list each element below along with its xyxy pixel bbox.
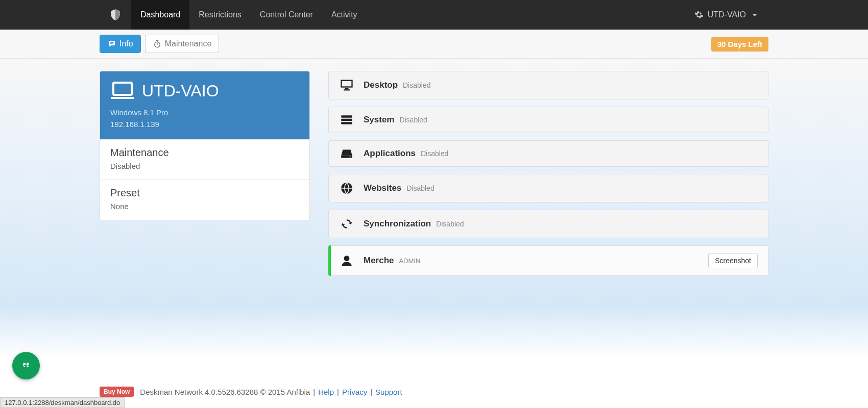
buy-now-badge[interactable]: Buy Now <box>100 387 134 397</box>
quote-icon <box>19 359 33 372</box>
nav-restrictions[interactable]: Restrictions <box>189 0 251 30</box>
info-tab-label: Info <box>119 39 133 48</box>
panel-desktop[interactable]: Desktop Disabled <box>328 71 768 99</box>
brand-logo <box>100 0 131 30</box>
device-name: UTD-VAIO <box>142 82 219 100</box>
panel-websites[interactable]: Websites Disabled <box>328 174 768 202</box>
svg-rect-14 <box>341 122 352 124</box>
user-role: ADMIN <box>399 257 420 265</box>
panel-status: Disabled <box>403 81 430 89</box>
stopwatch-icon <box>153 39 162 48</box>
subbar: Info Maintenance 30 Days Left <box>0 30 868 59</box>
nav-user-menu[interactable]: UTD-VAIO <box>683 0 768 30</box>
panel-title: Websites <box>364 183 401 193</box>
panel-status: Disabled <box>436 220 464 228</box>
panel-status: Disabled <box>406 184 434 192</box>
panel-user[interactable]: Merche ADMIN Screenshot <box>328 245 768 276</box>
panel-synchronization[interactable]: Synchronization Disabled <box>328 210 768 238</box>
svg-point-18 <box>344 256 350 261</box>
svg-rect-10 <box>345 88 349 89</box>
svg-rect-1 <box>110 43 112 44</box>
panel-status: Disabled <box>421 149 448 158</box>
svg-rect-7 <box>111 97 134 99</box>
nav-control-center[interactable]: Control Center <box>251 0 322 30</box>
nav-dashboard[interactable]: Dashboard <box>131 0 189 30</box>
nav-activity[interactable]: Activity <box>322 0 367 30</box>
maintenance-value: Disabled <box>110 162 299 170</box>
support-link[interactable]: Support <box>375 388 402 396</box>
user-icon <box>339 254 354 267</box>
help-link[interactable]: Help <box>318 388 334 396</box>
info-speech-icon <box>107 39 116 48</box>
svg-rect-6 <box>113 83 132 95</box>
svg-point-16 <box>349 156 350 157</box>
preset-row[interactable]: Preset None <box>100 180 309 220</box>
monitor-icon <box>339 79 354 92</box>
privacy-link[interactable]: Privacy <box>342 388 367 396</box>
sync-icon <box>339 217 354 231</box>
maintenance-label: Maintenance <box>110 147 299 159</box>
svg-rect-11 <box>344 89 350 90</box>
maintenance-tab-label: Maintenance <box>165 39 212 48</box>
info-tab-button[interactable]: Info <box>100 35 141 53</box>
device-os: Windows 8.1 Pro <box>110 107 299 119</box>
server-icon <box>339 114 354 125</box>
browser-status-bar: 127.0.0.1:2288/deskman/dashboard.do <box>0 397 125 408</box>
globe-icon <box>339 182 354 195</box>
shield-icon <box>109 8 122 21</box>
device-card-header: UTD-VAIO Windows 8.1 Pro 192.168.1.139 <box>100 71 309 139</box>
nav-user-label: UTD-VAIO <box>708 10 746 19</box>
trial-days-badge: 30 Days Left <box>711 37 768 52</box>
maintenance-tab-button[interactable]: Maintenance <box>145 35 220 53</box>
footer: Buy Now Deskman Network 4.0.5526.63288 ©… <box>0 387 868 397</box>
svg-rect-13 <box>341 119 352 121</box>
panel-title: Applications <box>364 148 416 158</box>
device-ip: 192.168.1.139 <box>110 119 299 131</box>
panel-title: Synchronization <box>364 219 431 228</box>
panel-applications[interactable]: Applications Disabled <box>328 140 768 167</box>
panel-system[interactable]: System Disabled <box>328 107 768 133</box>
main-container: UTD-VAIO Windows 8.1 Pro 192.168.1.139 M… <box>100 59 768 283</box>
laptop-icon <box>110 81 135 101</box>
caret-down-icon <box>752 14 757 16</box>
gear-icon <box>694 10 704 19</box>
maintenance-row[interactable]: Maintenance Disabled <box>100 139 309 180</box>
screenshot-button[interactable]: Screenshot <box>708 253 758 268</box>
panel-title: Desktop <box>364 80 398 90</box>
preset-value: None <box>110 202 299 211</box>
svg-rect-12 <box>341 115 352 117</box>
panel-title: System <box>364 115 394 124</box>
device-card: UTD-VAIO Windows 8.1 Pro 192.168.1.139 M… <box>100 71 310 220</box>
hangouts-fab[interactable] <box>12 352 40 379</box>
panel-status: Disabled <box>399 116 427 124</box>
product-info: Deskman Network 4.0.5526.63288 © 2015 An… <box>140 388 310 396</box>
svg-rect-0 <box>110 42 114 43</box>
top-navbar: Dashboard Restrictions Control Center Ac… <box>0 0 868 30</box>
user-name: Merche <box>364 256 394 265</box>
svg-rect-9 <box>342 81 352 87</box>
drive-icon <box>339 148 354 159</box>
preset-label: Preset <box>110 187 299 199</box>
